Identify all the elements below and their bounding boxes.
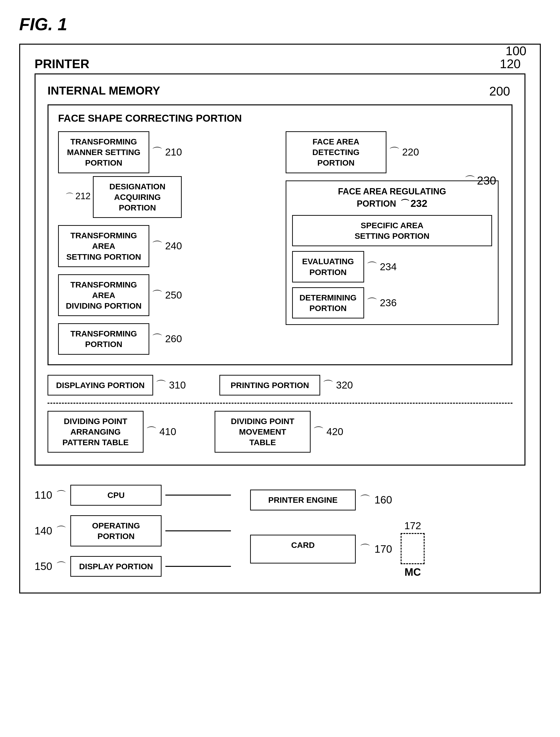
specific-area-row: SPECIFIC AREASETTING PORTION: [292, 215, 492, 246]
operating-row: 140 ⌒ OPERATINGPORTION: [35, 515, 231, 546]
specific-area-box: SPECIFIC AREASETTING PORTION: [292, 215, 492, 246]
evaluating-label: EVALUATINGPORTION: [302, 257, 354, 277]
determining-box: DETERMININGPORTION: [292, 287, 364, 319]
ref-236: 236: [380, 297, 397, 309]
cpu-hline: [165, 495, 231, 495]
ref-240: 240: [165, 240, 182, 252]
ref-172: 172: [404, 520, 421, 531]
face-shape-box: FACE SHAPE CORRECTING PORTION TRANSFORMI…: [48, 104, 512, 365]
transforming-area-dividing-box: TRANSFORMING AREADIVIDING PORTION: [58, 274, 149, 316]
face-shape-label: FACE SHAPE CORRECTING PORTION: [58, 113, 502, 124]
card-slot-group: 172 MC: [401, 520, 425, 578]
ref-212-squiggle: ⌒: [65, 191, 74, 203]
ref-140: 140: [35, 525, 52, 537]
ref-260: 260: [165, 333, 182, 345]
cpu-row: 110 ⌒ CPU: [35, 485, 231, 505]
disp-print-row: DISPLAYING PORTION ⌒ 310 PRINTING PORTIO…: [48, 375, 512, 395]
card-slot-dashed: [401, 533, 425, 564]
designation-label: DESIGNATIONACQUIRING PORTION: [109, 182, 166, 212]
face-area-detecting-row: FACE AREA DETECTINGPORTION ⌒ 220: [286, 131, 499, 173]
ref-150: 150: [35, 560, 52, 572]
dividing-point-movement-row: DIVIDING POINTMOVEMENTTABLE ⌒ 420: [215, 411, 343, 453]
dividing-point-arranging-row: DIVIDING POINTARRANGINGPATTERN TABLE ⌒ 4…: [48, 411, 176, 453]
face-shape-left: TRANSFORMINGMANNER SETTINGPORTION ⌒ 210: [58, 131, 271, 355]
ref-150-squiggle: ⌒: [56, 559, 66, 573]
ref-420: 420: [326, 426, 343, 437]
printer-engine-box: PRINTER ENGINE: [250, 489, 356, 510]
card-row: CARD ⌒ 170 172 MC: [250, 520, 520, 578]
ref-232-squiggle: ⌒: [400, 198, 409, 210]
transforming-area-dividing-label: TRANSFORMING AREADIVIDING PORTION: [66, 280, 141, 310]
ref-240-squiggle: ⌒: [152, 239, 163, 254]
dashed-divider: [48, 403, 512, 404]
face-area-regulating-label: FACE AREA REGULATINGPORTION ⌒ 232: [292, 186, 492, 210]
designation-row: ⌒ 212 DESIGNATIONACQUIRING PORTION: [65, 176, 271, 218]
ref-250-squiggle: ⌒: [152, 288, 163, 303]
determining-label: DETERMININGPORTION: [300, 293, 357, 313]
cpu-left: 110 ⌒ CPU 140 ⌒ OPERATINGPORTION: [35, 485, 231, 578]
dividing-point-movement-box: DIVIDING POINTMOVEMENTTABLE: [215, 411, 311, 453]
table-row: DIVIDING POINTARRANGINGPATTERN TABLE ⌒ 4…: [48, 411, 512, 453]
card-box: CARD: [250, 535, 356, 563]
transforming-area-row: TRANSFORMING AREASETTING PORTION ⌒ 240: [58, 225, 271, 267]
printing-label: PRINTING PORTION: [231, 380, 309, 390]
ref-110-squiggle: ⌒: [56, 488, 66, 502]
ref-310: 310: [169, 379, 186, 391]
ref-310-squiggle: ⌒: [156, 378, 167, 392]
printing-box: PRINTING PORTION: [219, 375, 320, 395]
ref-236-squiggle: ⌒: [367, 296, 378, 310]
printer-engine-row: PRINTER ENGINE ⌒ 160: [250, 489, 520, 510]
transforming-row: TRANSFORMINGPORTION ⌒ 260: [58, 323, 271, 355]
diagram-wrapper: FIG. 1 100 PRINTER 120 INTERNAL MEMORY 2…: [19, 14, 541, 593]
evaluating-box: EVALUATINGPORTION: [292, 251, 364, 282]
face-area-detecting-label: FACE AREA DETECTINGPORTION: [312, 137, 359, 167]
specific-area-label: SPECIFIC AREASETTING PORTION: [355, 221, 429, 241]
ref-170-squiggle: ⌒: [360, 542, 371, 556]
ref-234: 234: [380, 261, 397, 273]
printer-label: PRINTER: [35, 57, 525, 71]
ref-234-squiggle: ⌒: [367, 260, 378, 274]
ref-210-squiggle: ⌒: [152, 145, 163, 160]
ref-200: 200: [489, 84, 510, 98]
ref-410: 410: [159, 426, 176, 437]
card-label: CARD: [291, 540, 315, 549]
dividing-point-movement-label: DIVIDING POINTMOVEMENTTABLE: [231, 416, 294, 447]
ref-320: 320: [336, 379, 353, 391]
face-area-regulating-inner: SPECIFIC AREASETTING PORTION EVALUATINGP…: [292, 215, 492, 319]
operating-box: OPERATINGPORTION: [70, 515, 162, 546]
transforming-area-label: TRANSFORMING AREASETTING PORTION: [66, 231, 141, 261]
transforming-manner-row: TRANSFORMINGMANNER SETTINGPORTION ⌒ 210: [58, 131, 271, 173]
ref-410-squiggle: ⌒: [146, 424, 157, 439]
cpu-label: CPU: [108, 490, 125, 500]
ref-220: 220: [402, 146, 419, 158]
ref-212: 212: [75, 191, 90, 201]
designation-box: DESIGNATIONACQUIRING PORTION: [93, 176, 182, 218]
fig-title: FIG. 1: [19, 14, 541, 34]
evaluating-row: EVALUATINGPORTION ⌒ 234: [292, 251, 492, 282]
ref-260-squiggle: ⌒: [152, 332, 163, 346]
ref-250: 250: [165, 290, 182, 301]
displaying-label: DISPLAYING PORTION: [56, 380, 145, 390]
displaying-row: DISPLAYING PORTION ⌒ 310: [48, 375, 186, 395]
ref-210: 210: [165, 146, 182, 158]
display-hline: [165, 566, 231, 567]
transforming-area-dividing-row: TRANSFORMING AREADIVIDING PORTION ⌒ 250: [58, 274, 271, 316]
transforming-manner-box: TRANSFORMINGMANNER SETTINGPORTION: [58, 131, 149, 173]
display-portion-label: DISPLAY PORTION: [79, 562, 153, 571]
displaying-box: DISPLAYING PORTION: [48, 375, 153, 395]
cpu-section: 110 ⌒ CPU 140 ⌒ OPERATINGPORTION: [35, 477, 525, 578]
operating-label: OPERATINGPORTION: [92, 521, 140, 541]
internal-memory-box: INTERNAL MEMORY 200 FACE SHAPE CORRECTIN…: [35, 73, 525, 465]
determining-row: DETERMININGPORTION ⌒ 236: [292, 287, 492, 319]
outer-printer-box: PRINTER 120 INTERNAL MEMORY 200 FACE SHA…: [19, 44, 541, 593]
ref-170: 170: [374, 543, 392, 555]
ref-110: 110: [35, 489, 52, 501]
ref-140-squiggle: ⌒: [56, 524, 66, 538]
ref-420-squiggle: ⌒: [313, 424, 324, 439]
cpu-right: PRINTER ENGINE ⌒ 160 CARD ⌒ 170: [250, 485, 520, 578]
ref-220-squiggle: ⌒: [389, 145, 400, 160]
face-shape-right: FACE AREA DETECTINGPORTION ⌒ 220 ⌒ 230: [286, 131, 499, 355]
mc-label: MC: [404, 566, 421, 578]
ref-320-squiggle: ⌒: [323, 378, 334, 392]
ref-160: 160: [374, 494, 392, 506]
